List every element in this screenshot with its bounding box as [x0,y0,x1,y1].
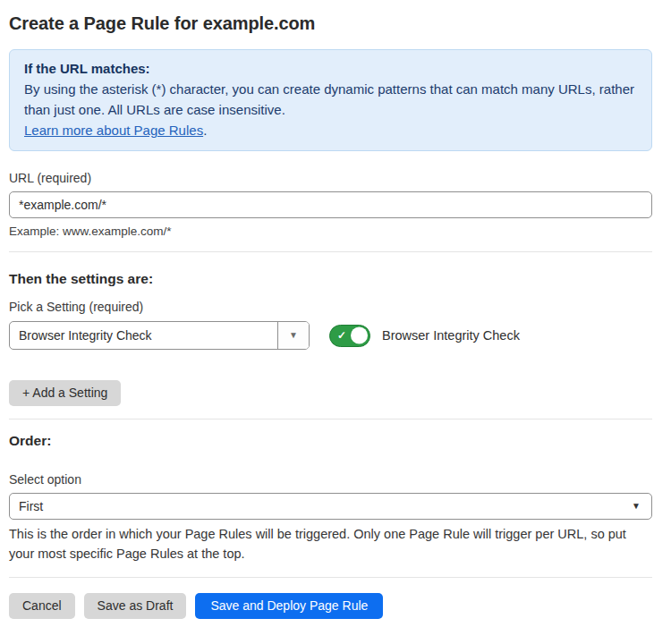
divider [9,577,652,578]
info-box-body: By using the asterisk (*) character, you… [24,79,637,120]
settings-section-heading: Then the settings are: [9,270,652,287]
chevron-down-icon: ▼ [289,331,298,340]
cancel-button[interactable]: Cancel [9,593,75,619]
divider [9,251,652,252]
setting-row: Browser Integrity Check ▼ ✓ Browser Inte… [9,321,652,350]
order-helper-text: This is the order in which your Page Rul… [9,524,652,564]
chevron-down-icon: ▼ [632,502,641,511]
order-select[interactable]: First ▼ [9,493,652,520]
order-select-value: First [19,499,632,513]
select-option-label: Select option [9,472,652,487]
page-title: Create a Page Rule for example.com [9,12,652,36]
save-draft-button[interactable]: Save as Draft [84,593,187,619]
order-section-heading: Order: [9,432,652,449]
check-icon: ✓ [337,329,346,342]
pick-setting-label: Pick a Setting (required) [9,300,652,315]
browser-integrity-toggle[interactable]: ✓ [329,325,370,347]
info-box-link-row: Learn more about Page Rules. [24,120,637,140]
setting-dropdown[interactable]: Browser Integrity Check ▼ [9,321,310,350]
toggle-knob [351,327,368,344]
url-match-info-box: If the URL matches: By using the asteris… [9,49,652,151]
learn-more-link[interactable]: Learn more about Page Rules [24,123,203,138]
info-box-heading: If the URL matches: [24,58,637,79]
url-input[interactable] [9,191,652,218]
divider [9,419,652,419]
url-label: URL (required) [9,171,652,186]
create-page-rule-form: Create a Page Rule for example.com If th… [0,0,671,644]
toggle-label: Browser Integrity Check [382,328,520,343]
save-deploy-button[interactable]: Save and Deploy Page Rule [195,593,383,619]
setting-dropdown-button[interactable]: ▼ [277,322,309,349]
link-suffix: . [203,123,207,138]
setting-dropdown-value: Browser Integrity Check [10,322,277,349]
footer-actions: Cancel Save as Draft Save and Deploy Pag… [9,593,652,619]
url-example-helper: Example: www.example.com/* [9,224,652,239]
add-setting-button[interactable]: + Add a Setting [9,380,121,406]
